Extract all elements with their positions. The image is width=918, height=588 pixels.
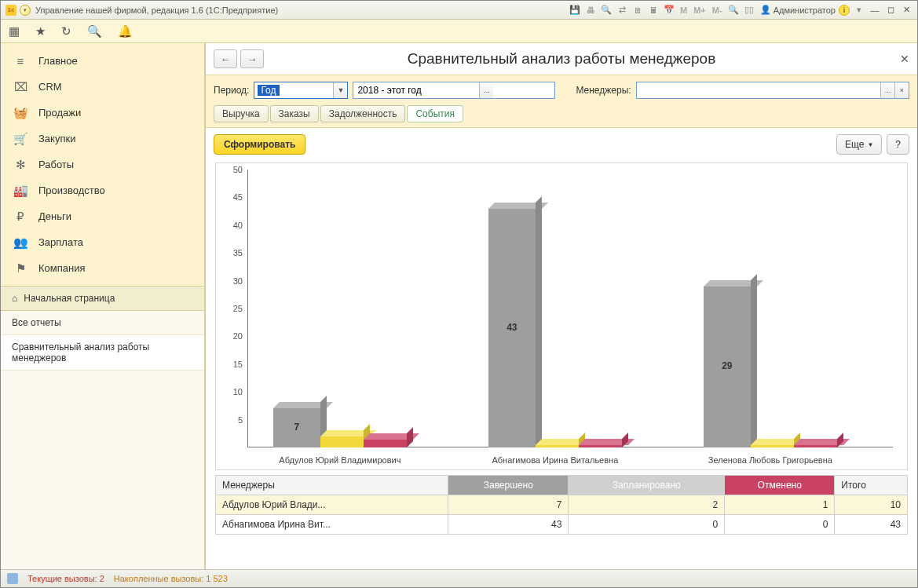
ellipsis-button[interactable]: ...	[880, 82, 894, 98]
panels-icon[interactable]: ▯▯	[743, 4, 755, 16]
bar-s2	[364, 440, 407, 447]
bar-s2	[794, 445, 837, 447]
y-tick: 30	[233, 276, 243, 286]
section-icon: ₽	[13, 210, 27, 224]
managers-select[interactable]: ... ×	[636, 82, 909, 99]
current-user[interactable]: 👤 Администратор	[760, 5, 836, 15]
minimize-button[interactable]: —	[869, 4, 881, 16]
col-header[interactable]: Завершено	[448, 476, 569, 495]
managers-value[interactable]	[637, 82, 880, 98]
x-label: Абдулов Юрий Владимирович	[279, 455, 400, 465]
memory-m-plus[interactable]: M+	[692, 4, 708, 16]
cell-total: 43	[835, 515, 908, 535]
bar-s1	[536, 445, 579, 447]
nav-sections: ≡Главное⌧CRM🧺Продажи🛒Закупки✻Работы🏭Прои…	[1, 43, 204, 286]
tab-0[interactable]: Выручка	[214, 105, 269, 122]
period-range-input[interactable]: ...	[353, 82, 555, 99]
sidebar: ≡Главное⌧CRM🧺Продажи🛒Закупки✻Работы🏭Прои…	[1, 43, 205, 569]
app-logo-icon: 1c	[5, 5, 16, 16]
sidebar-item-label: Деньги	[38, 210, 71, 222]
x-label: Абнагимова Ирина Витальевна	[492, 455, 618, 465]
help-button[interactable]: ?	[887, 134, 909, 155]
cell-plan: 0	[569, 515, 725, 535]
favorite-icon[interactable]: ★	[35, 24, 46, 38]
sidebar-item-8[interactable]: ⚑Компания	[1, 255, 204, 281]
sidebar-item-2[interactable]: 🧺Продажи	[1, 100, 204, 126]
preview-icon[interactable]: 🔍	[600, 4, 613, 16]
y-tick: 40	[233, 221, 243, 230]
sub-current-report[interactable]: Сравнительный анализ работы менеджеров	[1, 335, 204, 371]
home-label: Начальная страница	[24, 293, 115, 304]
bar-s2	[579, 445, 622, 447]
close-window-button[interactable]: ✕	[900, 4, 913, 16]
sidebar-item-0[interactable]: ≡Главное	[1, 48, 204, 74]
sidebar-item-1[interactable]: ⌧CRM	[1, 74, 204, 100]
col-header[interactable]: Запланировано	[569, 476, 725, 495]
cell-done: 7	[448, 495, 569, 515]
calendar-icon[interactable]: 📅	[663, 4, 675, 16]
apps-icon[interactable]: ▦	[9, 24, 20, 38]
section-icon: 🏭	[13, 184, 27, 198]
sidebar-item-4[interactable]: ✻Работы	[1, 152, 204, 177]
maximize-button[interactable]: ◻	[884, 4, 897, 16]
app-menu-orb[interactable]: ▾	[20, 5, 31, 16]
doc-icon[interactable]: 🗎	[631, 4, 644, 16]
sidebar-item-label: Компания	[38, 262, 86, 274]
section-icon: ✻	[13, 158, 27, 172]
home-link[interactable]: ⌂ Начальная страница	[1, 286, 204, 311]
table-row[interactable]: Абдулов Юрий Влади...72110	[216, 495, 908, 515]
save-icon[interactable]: 💾	[569, 4, 581, 16]
tab-2[interactable]: Задолженность	[320, 105, 406, 122]
y-tick: 5	[238, 415, 243, 425]
compare-icon[interactable]: ⇄	[616, 4, 628, 16]
memory-m-minus[interactable]: M-	[711, 4, 724, 16]
tab-1[interactable]: Заказы	[270, 105, 319, 122]
y-tick: 10	[233, 387, 243, 396]
sub-all-reports[interactable]: Все отчеты	[1, 311, 204, 335]
data-table: МенеджерыЗавершеноЗапланированоОтмененоИ…	[215, 475, 908, 535]
y-tick: 15	[233, 360, 243, 369]
chevron-down-icon: ▼	[867, 141, 873, 148]
section-icon: 👥	[13, 236, 27, 250]
search-icon[interactable]: 🔍	[87, 24, 102, 38]
bell-icon[interactable]: 🔔	[118, 24, 133, 38]
section-icon: 🧺	[13, 106, 27, 120]
chevron-down-icon[interactable]: ▼	[333, 82, 347, 98]
ellipsis-button[interactable]: ...	[479, 82, 493, 98]
col-header[interactable]: Итого	[835, 476, 908, 495]
titlebar-tools: 💾 🖶 🔍 ⇄ 🗎 🖩 📅 M M+ M- 🔍 ▯▯ 👤 Администрат…	[569, 4, 913, 16]
tab-3[interactable]: События	[407, 105, 463, 122]
col-header[interactable]: Отменено	[725, 476, 835, 495]
sidebar-item-6[interactable]: ₽Деньги	[1, 203, 204, 229]
data-table-wrap: МенеджерыЗавершеноЗапланированоОтмененоИ…	[206, 470, 917, 535]
user-icon: 👤	[760, 5, 771, 15]
cell-plan: 2	[569, 495, 725, 515]
sidebar-item-7[interactable]: 👥Зарплата	[1, 229, 204, 255]
clear-button[interactable]: ×	[894, 82, 909, 98]
bar-main: 29	[704, 287, 751, 447]
status-current: Текущие вызовы: 2	[27, 574, 104, 583]
period-type-select[interactable]: Год ▼	[254, 82, 348, 99]
sidebar-item-5[interactable]: 🏭Производство	[1, 177, 204, 203]
history-icon[interactable]: ↻	[61, 24, 71, 38]
generate-button[interactable]: Сформировать	[214, 134, 305, 155]
actions-row: Сформировать Еще▼ ?	[206, 128, 917, 161]
col-header[interactable]: Менеджеры	[216, 476, 448, 495]
period-type-value: Год	[258, 85, 279, 96]
memory-m[interactable]: M	[678, 4, 689, 16]
period-range-value[interactable]	[353, 82, 479, 98]
bar-main: 7	[273, 408, 320, 447]
dropdown-icon[interactable]: ▾	[853, 4, 865, 16]
content-header: ← → Сравнительный анализ работы менеджер…	[206, 43, 917, 75]
print-icon[interactable]: 🖶	[584, 4, 597, 16]
sidebar-item-3[interactable]: 🛒Закупки	[1, 126, 204, 152]
more-button[interactable]: Еще▼	[836, 134, 882, 155]
parameters-panel: Период: Год ▼ ... Менеджеры: ... × Выруч…	[206, 75, 917, 128]
calc-icon[interactable]: 🖩	[647, 4, 660, 16]
zoom-icon[interactable]: 🔍	[727, 4, 740, 16]
section-icon: ≡	[13, 54, 27, 68]
sidebar-item-label: Производство	[38, 184, 105, 196]
table-row[interactable]: Абнагимова Ирина Вит...430043	[216, 515, 908, 535]
cell-total: 10	[835, 495, 908, 515]
info-icon[interactable]: i	[839, 5, 850, 16]
